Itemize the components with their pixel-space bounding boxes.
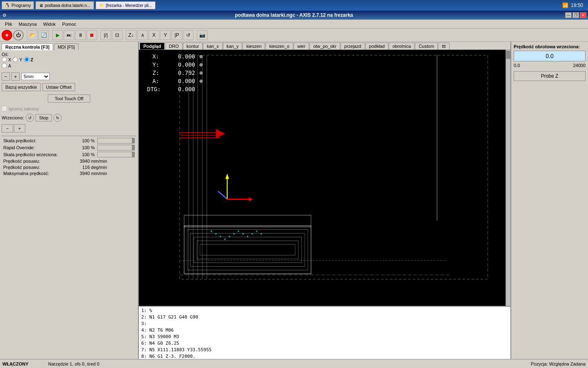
- status-speed-label: Skala prędkości:: [3, 138, 69, 143]
- clock: 📶 19:50: [562, 2, 586, 8]
- svg-marker-35: [225, 174, 229, 179]
- viewport[interactable]: X: 0.000 ⊕ Y: 0.000 ⊕ Z: 0.792 ⊕: [139, 50, 510, 306]
- mini-btns: − +: [2, 124, 136, 132]
- restore-btn[interactable]: ❐: [572, 12, 579, 18]
- step-btn[interactable]: ⏭: [64, 30, 74, 40]
- status-rapid-override: Rapid Override: 100 %: [3, 145, 135, 150]
- taskbar-item-1[interactable]: 🖥 podtawa dolna latarki.n...: [36, 1, 94, 9]
- task1-icon: 🖥: [39, 3, 43, 8]
- svg-rect-18: [184, 215, 311, 227]
- spindle-scale-slider[interactable]: [97, 152, 135, 157]
- vp-tab-podklad[interactable]: podkład: [365, 43, 389, 49]
- task1-label: podtawa dolna latarki.n...: [45, 3, 90, 8]
- pause-btn[interactable]: ⏸: [75, 30, 86, 40]
- tool-touch-off-btn[interactable]: Tool Touch Off: [48, 94, 90, 103]
- axis-a-radio[interactable]: [2, 63, 7, 68]
- wrzeciono-left-icon[interactable]: ↺: [26, 114, 34, 122]
- ignoruj-label: Ignoruj zakresy: [9, 106, 39, 111]
- run-btn[interactable]: ▶: [52, 30, 63, 40]
- svg-point-29: [256, 230, 257, 232]
- svg-point-28: [252, 233, 253, 235]
- vp-tab-przejazd[interactable]: przejazd: [341, 43, 365, 49]
- step-select[interactable]: 0.001mm 0.01mm 0.1mm 1mm 5mm 10mm 50mm 1…: [21, 73, 50, 80]
- axis-x-btn[interactable]: X: [149, 30, 159, 40]
- probe-z-btn[interactable]: Probe Z: [514, 71, 586, 81]
- svg-point-22: [224, 238, 225, 240]
- step-minus-btn[interactable]: −: [2, 72, 10, 81]
- mini-minus-btn[interactable]: −: [2, 124, 13, 132]
- menu-plik[interactable]: Plik: [2, 21, 16, 27]
- status-speed-scale: Skala prędkości: 100 %: [3, 138, 135, 144]
- status-bar-bottom: WŁĄCZONY Narzędzie 1, ofs 0, śred 0 Pozy…: [0, 359, 588, 368]
- estop-btn[interactable]: ⊗: [2, 30, 12, 40]
- axis-limit-btn[interactable]: ∧: [137, 30, 148, 40]
- open-file-btn[interactable]: 📂: [27, 30, 38, 40]
- axis-z-radio-label[interactable]: Z: [24, 57, 33, 62]
- gcode-line-6: 6: N4 G0 Z6.25: [141, 340, 508, 347]
- power-btn[interactable]: ⏻: [13, 30, 24, 40]
- spindle-speed-label: Prędkość obrotowa wrzeciona:: [514, 44, 586, 49]
- status-maxspeed-label: Maksymalna prędkość:: [3, 171, 69, 176]
- status-rapid-label: Rapid Override:: [3, 145, 69, 150]
- wrzeciono-label: Wrzeciono:: [2, 115, 24, 120]
- status-maxspeed: Maksymalna prędkość: 3940 mm/min: [3, 171, 135, 176]
- gcode-line-1: 1: %: [141, 307, 508, 314]
- vp-tab-kontur[interactable]: kontur: [183, 43, 203, 49]
- axis-x-radio[interactable]: [2, 57, 7, 62]
- svg-point-25: [238, 230, 239, 232]
- axis-z-radio[interactable]: [24, 57, 29, 62]
- mini-plus-btn[interactable]: +: [14, 124, 25, 132]
- rotate-btn[interactable]: ↺: [183, 30, 194, 40]
- wrzeciono-right-icon[interactable]: ↻: [53, 114, 62, 122]
- axis-y-radio[interactable]: [13, 57, 18, 62]
- viewport-scrollbar[interactable]: [506, 50, 510, 306]
- ignoruj-checkbox[interactable]: [2, 106, 7, 111]
- vp-tab-obrotnica[interactable]: obrotnica: [389, 43, 414, 49]
- axis-x-radio-label[interactable]: X: [2, 57, 11, 62]
- svg-point-30: [261, 233, 262, 235]
- touch-off-btn[interactable]: |/|: [100, 30, 111, 40]
- menu-widok[interactable]: Widok: [40, 21, 59, 27]
- axis-y-radio-label[interactable]: Y: [13, 57, 22, 62]
- vp-tab-kieszen-o[interactable]: kieszen_o: [265, 43, 293, 49]
- spindle-speed-input[interactable]: 0.0: [514, 51, 586, 61]
- vp-tab-otw-po-okr[interactable]: otw_po_okr: [310, 43, 340, 49]
- svg-rect-16: [197, 241, 298, 259]
- tab-mdi[interactable]: MDI [F5]: [54, 43, 78, 50]
- vp-tab-kan-y[interactable]: kan_y: [223, 43, 242, 49]
- next-btn[interactable]: ⊡: [112, 30, 122, 40]
- menu-maszyna[interactable]: Maszyna: [16, 21, 40, 27]
- vp-tab-wier[interactable]: wier: [294, 43, 309, 49]
- gcode-panel[interactable]: 1: % 2: N1 G17 G21 G40 G90 3: 4: N2 T6 M…: [139, 306, 510, 359]
- vp-tab-kan-x[interactable]: kan_x: [203, 43, 222, 49]
- tab-manual-control[interactable]: Ręczna kontrola [F3]: [2, 43, 53, 50]
- axis-a-radio-label[interactable]: A: [2, 63, 11, 68]
- status-maxspeed-value: 3940 mm/min: [69, 171, 109, 176]
- cam-btn[interactable]: 📷: [197, 30, 207, 40]
- axis-y-btn[interactable]: Y: [160, 30, 171, 40]
- position-status: Pozycja: Względna Zadana: [531, 361, 586, 366]
- speed-slider[interactable]: [97, 138, 135, 144]
- svg-rect-14: [191, 233, 305, 267]
- stop-btn[interactable]: ⏹: [87, 30, 97, 40]
- ustaw-offset-btn[interactable]: Ustaw Offset: [42, 83, 76, 91]
- taskbar-item-2[interactable]: 📁 [frezarka - Menedżer pli...: [96, 1, 156, 9]
- stop-btn[interactable]: Stop: [36, 114, 52, 121]
- reload-btn[interactable]: 🔄: [38, 30, 49, 40]
- vp-tab-kieszen[interactable]: kieszen: [243, 43, 265, 49]
- vp-tab-podglad[interactable]: Podgląd: [140, 43, 165, 49]
- vp-tab-custom[interactable]: Custom: [415, 43, 438, 49]
- window-title: podtawa dolna latarki.ngc - AXIS 2.7.12 …: [235, 12, 353, 18]
- svg-rect-12: [184, 226, 311, 274]
- minimize-btn[interactable]: —: [565, 12, 572, 18]
- start-btn[interactable]: 🐧 Programy: [2, 1, 34, 9]
- bazuj-btn[interactable]: Bazuj wszystkie: [2, 83, 41, 91]
- step-plus-btn[interactable]: +: [11, 72, 20, 81]
- vp-tab-ttt[interactable]: ttt: [438, 43, 449, 49]
- close-btn[interactable]: ✕: [580, 12, 586, 18]
- menu-pomoc[interactable]: Pomoc: [59, 21, 79, 27]
- axis-p-btn[interactable]: |P: [172, 30, 182, 40]
- home-z-btn[interactable]: Z↓: [126, 30, 136, 40]
- vp-tab-dro[interactable]: DRO: [165, 43, 182, 49]
- rapid-slider[interactable]: [97, 145, 135, 150]
